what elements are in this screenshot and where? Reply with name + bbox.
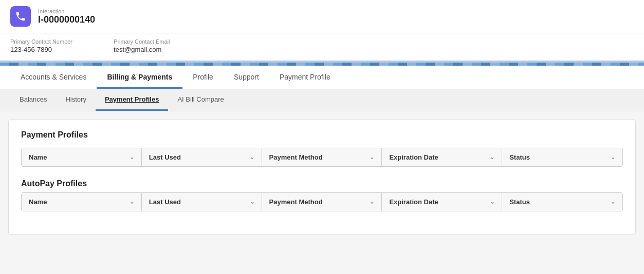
header-id: I-0000000140 [38, 14, 95, 25]
ap-col-expiration-date[interactable]: Expiration Date ⌄ [382, 193, 502, 211]
ap-col-status[interactable]: Status ⌄ [502, 193, 622, 211]
payment-profiles-title: Payment Profiles [21, 130, 623, 140]
pp-name-chevron-icon: ⌄ [130, 154, 134, 161]
pp-col-name[interactable]: Name ⌄ [22, 148, 142, 166]
subtab-balances[interactable]: Balances [10, 89, 56, 111]
header-label: Interaction [38, 8, 95, 14]
tab-support[interactable]: Support [224, 66, 269, 89]
pp-col-last-used[interactable]: Last Used ⌄ [142, 148, 262, 166]
tab-accounts-services[interactable]: Accounts & Services [10, 66, 97, 89]
phone-value: 123-456-7890 [10, 46, 72, 53]
subtab-payment-profiles[interactable]: Payment Profiles [96, 89, 169, 111]
header-meta: Interaction I-0000000140 [38, 8, 95, 25]
pp-last-used-chevron-icon: ⌄ [250, 154, 254, 161]
payment-profiles-table-header: Name ⌄ Last Used ⌄ Payment Method ⌄ Expi… [21, 148, 623, 167]
interaction-icon [10, 6, 31, 27]
pp-status-chevron-icon: ⌄ [611, 154, 615, 161]
tab-payment-profile[interactable]: Payment Profile [269, 66, 341, 89]
main-tabs: Accounts & Services Billing & Payments P… [0, 66, 644, 89]
pp-expiration-date-chevron-icon: ⌄ [490, 154, 494, 161]
ap-col-name[interactable]: Name ⌄ [22, 193, 142, 211]
tab-billing-payments[interactable]: Billing & Payments [97, 66, 182, 89]
contact-bar: Primary Contact Number 123-456-7890 Prim… [0, 33, 644, 63]
pp-col-status[interactable]: Status ⌄ [502, 148, 622, 166]
content-area: Balances History Payment Profiles AI Bil… [0, 89, 644, 264]
ap-status-chevron-icon: ⌄ [611, 199, 615, 205]
ap-last-used-chevron-icon: ⌄ [250, 199, 254, 205]
tab-profile[interactable]: Profile [182, 66, 224, 89]
main-panel: Payment Profiles Name ⌄ Last Used ⌄ Paym… [8, 120, 636, 234]
contact-phone: Primary Contact Number 123-456-7890 [10, 38, 72, 53]
autopay-profiles-table-header: Name ⌄ Last Used ⌄ Payment Method ⌄ Expi… [21, 192, 623, 211]
sub-tabs: Balances History Payment Profiles AI Bil… [0, 89, 644, 111]
ap-name-chevron-icon: ⌄ [130, 199, 134, 205]
page-header: Interaction I-0000000140 [0, 0, 644, 33]
ap-col-last-used[interactable]: Last Used ⌄ [142, 193, 262, 211]
email-value: test@gmail.com [114, 46, 170, 53]
pp-col-payment-method[interactable]: Payment Method ⌄ [262, 148, 382, 166]
pp-col-expiration-date[interactable]: Expiration Date ⌄ [382, 148, 502, 166]
ap-payment-method-chevron-icon: ⌄ [370, 199, 374, 205]
contact-email: Primary Contact Email test@gmail.com [114, 38, 170, 53]
ap-col-payment-method[interactable]: Payment Method ⌄ [262, 193, 382, 211]
phone-label: Primary Contact Number [10, 38, 72, 45]
subtab-history[interactable]: History [56, 89, 95, 111]
ap-expiration-date-chevron-icon: ⌄ [490, 199, 494, 205]
subtab-ai-bill-compare[interactable]: AI Bill Compare [168, 89, 233, 111]
pp-payment-method-chevron-icon: ⌄ [370, 154, 374, 161]
email-label: Primary Contact Email [114, 38, 170, 45]
autopay-profiles-title: AutoPay Profiles [21, 179, 623, 188]
